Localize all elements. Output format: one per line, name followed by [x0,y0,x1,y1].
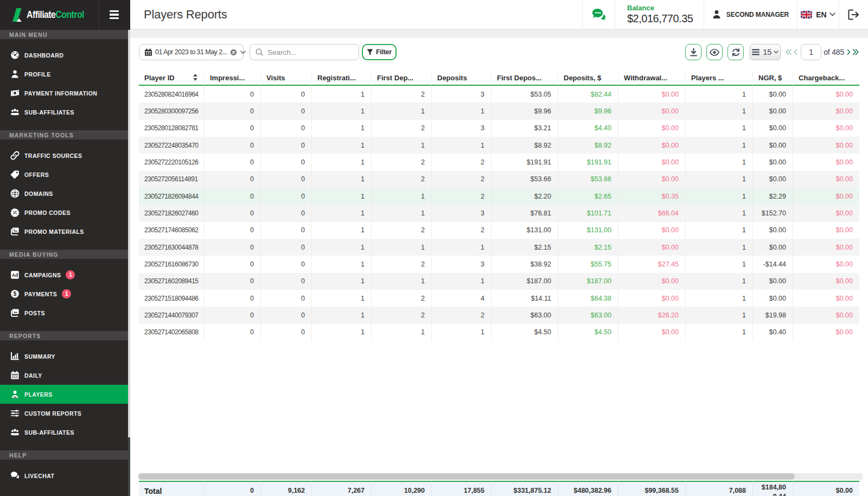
table-row[interactable]: 230527224803547000111$8.92$8.92$0.001$0.… [139,137,859,154]
column-header-visits[interactable]: Visits [261,71,312,86]
account-menu[interactable]: SECOND MANAGER [704,0,797,29]
cell-first-dep-: 2 [372,171,432,188]
sidebar-item-summary[interactable]: SUMMARY [0,347,130,366]
date-range-button[interactable]: 01 Apr 2023 to 31 May 2... [139,44,244,60]
cell-first-depos-: $14.11 [492,290,558,307]
sidebar-item-livechat[interactable]: LIVECHAT [0,466,130,485]
table-row[interactable]: 230527182602746000113$76.81$101.71$66.04… [139,205,859,221]
per-page-select[interactable]: 15 [750,44,781,60]
column-header-deposits[interactable]: Deposits [432,71,492,86]
chat-button[interactable] [582,0,615,29]
column-header-ngr-$[interactable]: NGR, $ [753,71,793,86]
topbar-spacer [227,0,582,29]
table-row[interactable]: 230527160208941500111$187.00$187.00$0.00… [139,273,859,290]
sidebar-item-profile[interactable]: PROFILE [0,65,130,84]
table-row[interactable]: 230527140206580800111$4.50$4.50$0.001$0.… [139,324,859,341]
total-first-depos-: $331,875.12 [492,481,558,496]
sidebar-item-players[interactable]: PLAYERS [0,385,130,404]
column-header-first-dep-[interactable]: First Dep... [372,71,432,86]
first-page-button[interactable] [785,48,792,56]
sidebar-item-offers[interactable]: OFFERS [0,165,130,184]
cell-deposits-$: $191.91 [558,154,618,170]
sidebar-item-sub-affiliates[interactable]: SUB-AFFILIATES [0,423,130,442]
filter-button[interactable]: Filter [362,44,397,60]
sidebar-item-custom-reports[interactable]: CUSTOM REPORTS [0,404,130,423]
column-header-withdrawal-[interactable]: Withdrawal... [618,71,686,86]
column-header-players-[interactable]: Players ... [686,71,753,86]
table-row[interactable]: 230527182609484400112$2.20$2.65$0.351$2.… [139,188,859,205]
balance-widget[interactable]: Balance $2,016,770.35 [615,0,704,29]
next-page-button[interactable] [847,48,851,56]
profile-icon [10,69,20,79]
column-header-first-depos-[interactable]: First Depos... [492,71,558,86]
columns-visibility-button[interactable] [706,44,723,60]
table-row[interactable]: 230527151809448600124$14.11$64.38$0.001$… [139,290,859,307]
sidebar-item-payments[interactable]: $PAYMENTS1 [0,284,130,303]
sidebar-item-traffic-sources[interactable]: TRAFFIC SOURCES [0,146,130,165]
table-row[interactable]: 230527205611489100122$53.66$53.66$0.001$… [139,171,859,188]
cell-first-dep-: 1 [372,103,432,119]
language-selector[interactable]: EN [797,0,839,29]
sidebar-item-posts[interactable]: POSTS [0,303,130,322]
sidebar-item-payment-information[interactable]: PAYMENT INFORMATION [0,84,130,103]
cell-chargeback-: $0.00 [793,137,859,154]
cell-players-: 1 [686,171,753,188]
horizontal-scrollbar-thumb[interactable] [138,473,795,480]
cell-chargeback-: $0.00 [793,154,859,170]
cell-registrati-: 1 [312,307,372,323]
table-row[interactable]: 230527163004487800111$2.15$2.15$0.001$0.… [139,239,859,256]
export-button[interactable] [685,44,701,60]
clear-date-icon[interactable] [230,49,237,56]
players-icon [10,390,20,399]
column-header-impressi-[interactable]: Impressi... [205,71,261,86]
table-row[interactable]: 230528012808278100123$3.21$4.40$0.001$0.… [139,120,859,137]
table-row[interactable]: 230528030009725600111$9.96$9.96$0.001$0.… [139,103,859,119]
sidebar-item-campaigns[interactable]: AdCAMPAIGNS1 [0,265,130,284]
main-area: Players Reports Balance $2,016,770.35 [130,0,868,496]
logout-button[interactable] [839,0,868,29]
sidebar-item-dashboard[interactable]: DASHBOARD [0,46,130,65]
column-header-chargeback-[interactable]: Chargeback... [793,71,859,86]
logo[interactable]: AffiliateControl [0,8,92,22]
table-row[interactable]: 230527174608506200122$131.00$131.00$0.00… [139,222,859,239]
logo-divider [99,0,99,30]
refresh-button[interactable] [727,44,744,60]
cell-registrati-: 1 [312,222,372,239]
column-header-registrati-[interactable]: Registrati... [312,71,372,86]
cell-withdrawal-: $0.00 [618,103,686,119]
cell-deposits: 2 [432,154,492,170]
search-input[interactable] [267,48,349,56]
cell-chargeback-: $0.00 [793,307,859,323]
horizontal-scrollbar[interactable] [138,473,863,480]
sidebar-item-promo-codes[interactable]: PROMO CODES [0,203,130,222]
cell-first-depos-: $38.92 [492,256,558,272]
sidebar-scrollbar-track[interactable] [128,30,130,496]
last-page-button[interactable] [852,48,859,56]
prev-page-button[interactable] [794,48,797,56]
cell-first-dep-: 2 [372,120,432,137]
sidebar-section-title: MAIN MENU [0,30,130,39]
cell-deposits-$: $101.71 [558,205,618,221]
sidebar-item-label: PROMO MATERIALS [24,228,84,235]
sidebar-item-sub-affiliates[interactable]: SUB-AFFILIATES [0,103,130,122]
cell-players-: 1 [686,273,753,290]
table-row[interactable]: 230527161608673000123$38.92$55.75$27.451… [139,256,859,272]
sidebar-scrollbar-thumb[interactable] [128,437,130,496]
cell-ngr-$: -$14.44 [753,256,793,272]
cell-withdrawal-: $0.00 [618,120,686,137]
sidebar-item-daily[interactable]: DAILY [0,366,130,385]
page-number-input[interactable] [801,44,821,60]
sort-icon[interactable] [193,74,198,81]
sidebar-item-promo-materials[interactable]: PROMO MATERIALS [0,222,130,241]
table-row[interactable]: 230527144007930700122$63.00$63.00$26.201… [139,307,859,323]
cell-chargeback-: $0.00 [793,103,859,119]
table-row[interactable]: 230528082401696400123$53.05$82.44$0.001$… [139,86,859,103]
column-header-label: First Depos... [497,74,541,82]
column-header-player-id[interactable]: Player ID [139,71,205,86]
cell-deposits-$: $131.00 [558,222,618,239]
column-header-deposits-$[interactable]: Deposits, $ [558,71,618,86]
cell-player-id: 2305271518094486 [139,290,205,307]
sidebar-item-domains[interactable]: DOMAINS [0,184,130,203]
table-row[interactable]: 230527222010512600122$191.91$191.91$0.00… [139,154,859,170]
sidebar-toggle-button[interactable] [110,10,119,19]
